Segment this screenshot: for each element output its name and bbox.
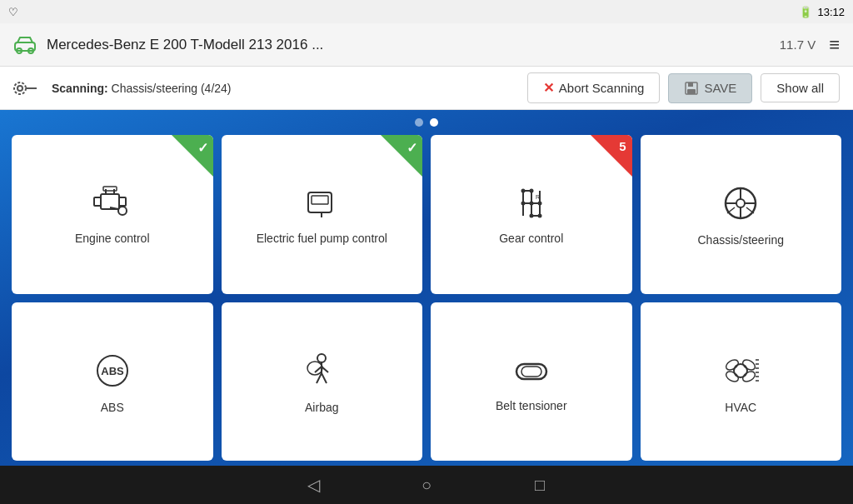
save-icon: [684, 81, 699, 96]
error-badge: 5: [591, 135, 632, 177]
svg-rect-53: [521, 367, 541, 377]
steering-icon: [717, 182, 764, 224]
vehicle-title: Mercedes-Benz E 200 T-Modell 213 2016 ..…: [47, 37, 780, 53]
save-button[interactable]: SAVE: [668, 73, 752, 103]
svg-point-57: [725, 369, 741, 383]
electric-fuel-pump-card[interactable]: ✓ Electric fuel pump control: [222, 135, 423, 294]
scanning-progress: Chassis/steering (4/24): [112, 82, 232, 95]
svg-point-56: [741, 357, 757, 372]
gear-control-card[interactable]: 5 R: [431, 135, 632, 294]
scanning-status-text: Scanning: Chassis/steering (4/24): [52, 82, 519, 95]
svg-rect-15: [103, 187, 117, 191]
svg-point-33: [537, 214, 541, 218]
fuel-pump-icon: [298, 184, 345, 222]
battery-icon: 🔋: [799, 6, 812, 18]
wifi-icon: ♡: [8, 6, 18, 18]
scanning-bar: Scanning: Chassis/steering (4/24) ✕ Abor…: [0, 67, 853, 110]
svg-rect-8: [688, 82, 693, 87]
engine-icon: [89, 184, 136, 222]
engine-control-card[interactable]: ✓ Engine control: [12, 135, 213, 294]
svg-rect-19: [312, 196, 328, 204]
module-grid: ✓ Engine control ✓: [12, 135, 841, 461]
chassis-steering-label: Chassis/steering: [698, 232, 785, 247]
engine-control-label: Engine control: [75, 231, 150, 246]
abs-icon: ABS: [89, 350, 136, 392]
status-bar: ♡ 🔋 13:12: [0, 0, 853, 23]
svg-point-54: [734, 364, 747, 377]
airbag-label: Airbag: [305, 400, 338, 415]
airbag-card[interactable]: Airbag: [222, 302, 423, 462]
hvac-label: HVAC: [725, 400, 756, 415]
belt-tensioner-card[interactable]: Belt tensioner: [431, 302, 632, 462]
page-indicators: [415, 118, 438, 127]
svg-point-31: [537, 202, 541, 206]
hvac-icon: [717, 350, 764, 392]
scanning-animation-icon: [13, 80, 38, 97]
svg-rect-12: [119, 197, 126, 206]
svg-point-30: [529, 202, 533, 206]
svg-rect-10: [101, 194, 119, 209]
hvac-card[interactable]: HVAC: [641, 302, 842, 462]
belt-tensioner-label: Belt tensioner: [496, 398, 567, 413]
page-dot-2: [430, 118, 438, 127]
airbag-icon: [298, 350, 345, 392]
svg-text:ABS: ABS: [101, 365, 124, 377]
home-button[interactable]: ○: [412, 470, 441, 500]
svg-marker-1: [17, 37, 32, 42]
svg-point-5: [17, 86, 22, 91]
recents-button[interactable]: □: [525, 470, 555, 500]
check-badge: ✓: [172, 135, 213, 177]
svg-point-45: [317, 354, 326, 362]
header: Mercedes-Benz E 200 T-Modell 213 2016 ..…: [0, 23, 853, 67]
abort-scanning-button[interactable]: ✕ Abort Scanning: [527, 72, 661, 103]
menu-button[interactable]: ≡: [829, 34, 840, 56]
car-icon: [13, 36, 37, 54]
svg-rect-9: [687, 89, 696, 94]
svg-point-29: [521, 202, 525, 206]
abs-label: ABS: [101, 400, 124, 415]
svg-point-4: [14, 82, 26, 94]
svg-line-50: [322, 373, 327, 383]
x-icon: ✕: [543, 80, 554, 96]
electric-fuel-pump-label: Electric fuel pump control: [257, 231, 387, 246]
show-all-button[interactable]: Show all: [761, 73, 840, 102]
svg-point-16: [118, 207, 127, 215]
nav-bar: ◁ ○ □: [0, 466, 853, 504]
svg-point-55: [725, 357, 741, 372]
save-button-label: SAVE: [704, 81, 736, 95]
page-dot-1: [415, 118, 423, 127]
gear-icon: R: [508, 184, 555, 222]
svg-point-36: [736, 199, 745, 207]
time-display: 13:12: [817, 6, 845, 18]
belt-icon: [508, 352, 555, 390]
gear-control-label: Gear control: [499, 231, 563, 246]
svg-point-58: [741, 369, 757, 383]
svg-point-28: [529, 189, 533, 193]
abs-card[interactable]: ABS ABS: [12, 302, 213, 462]
back-button[interactable]: ◁: [298, 470, 328, 500]
main-content: ✓ Engine control ✓: [0, 110, 853, 466]
svg-line-47: [315, 367, 322, 372]
svg-point-27: [521, 189, 525, 193]
error-count: 5: [619, 139, 626, 153]
svg-point-32: [529, 214, 533, 218]
svg-text:R: R: [536, 194, 540, 200]
check-badge: ✓: [381, 135, 422, 177]
show-all-label: Show all: [776, 81, 824, 95]
voltage-display: 11.7 V: [780, 37, 816, 52]
svg-rect-11: [94, 197, 101, 206]
abort-button-label: Abort Scanning: [559, 81, 645, 95]
chassis-steering-card[interactable]: Chassis/steering: [641, 135, 842, 294]
scanning-label: Scanning:: [52, 82, 108, 95]
